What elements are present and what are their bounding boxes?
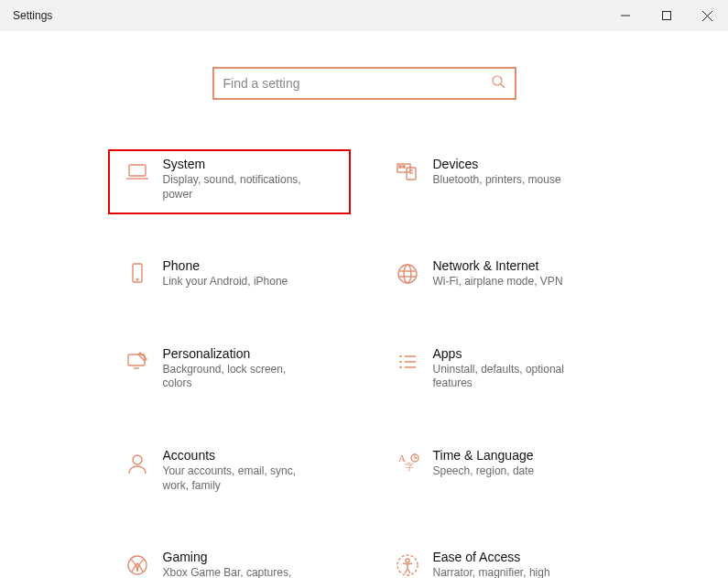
svg-point-28 [133,455,142,464]
tile-desc: Bluetooth, printers, mouse [433,173,589,188]
window-title: Settings [13,9,604,22]
globe-icon [386,258,429,288]
tile-gaming[interactable]: Gaming Xbox Game Bar, captures, Game [108,542,351,578]
search-icon [491,74,505,93]
settings-grid: System Display, sound, notifications, po… [108,149,621,578]
close-button[interactable] [687,0,728,31]
tile-title: Accounts [163,448,343,463]
tile-title: Personalization [163,346,343,361]
tile-desc: Display, sound, notifications, power [163,173,319,202]
tile-title: Ease of Access [433,550,614,564]
tile-desc: Speech, region, date [433,464,589,479]
svg-text:字: 字 [405,462,414,472]
personalization-icon [115,346,159,376]
tile-desc: Wi-Fi, airplane mode, VPN [433,275,589,289]
svg-point-17 [404,265,411,283]
tile-phone[interactable]: Phone Link your Android, iPhone [108,251,351,302]
svg-point-16 [398,265,417,283]
tile-title: Devices [433,157,614,171]
tile-title: Network & Internet [433,258,614,273]
window-controls [604,0,728,31]
svg-rect-6 [129,165,146,176]
tile-title: Phone [163,258,343,273]
tile-ease-of-access[interactable]: Ease of Access Narrator, magnifier, high [378,542,621,578]
tile-desc: Narrator, magnifier, high [433,566,589,578]
svg-point-4 [493,76,502,85]
svg-rect-10 [399,166,401,168]
search-wrap [0,68,728,99]
tile-devices[interactable]: Devices Bluetooth, printers, mouse [378,149,621,214]
svg-rect-1 [662,12,670,20]
laptop-icon [115,157,159,186]
devices-icon [386,157,429,186]
tile-desc: Xbox Game Bar, captures, Game [163,566,319,578]
tile-desc: Uninstall, defaults, optional features [433,363,589,391]
tile-personalization[interactable]: Personalization Background, lock screen,… [108,339,351,404]
svg-point-36 [406,559,409,562]
svg-rect-20 [128,354,145,365]
search-box[interactable] [213,68,516,99]
maximize-button[interactable] [646,0,687,31]
tile-apps[interactable]: Apps Uninstall, defaults, optional featu… [378,339,621,404]
svg-line-5 [501,84,505,88]
tile-title: Gaming [163,550,343,564]
minimize-button[interactable] [604,0,646,31]
tile-title: Time & Language [433,448,614,463]
tile-system[interactable]: System Display, sound, notifications, po… [108,149,351,214]
tile-title: System [163,157,343,171]
tile-desc: Link your Android, iPhone [163,275,319,289]
tile-accounts[interactable]: Accounts Your accounts, email, sync, wor… [108,441,351,506]
xbox-icon [115,550,159,578]
tile-network[interactable]: Network & Internet Wi-Fi, airplane mode,… [378,251,621,302]
time-language-icon: A 字 [386,448,429,477]
titlebar: Settings [0,0,728,31]
tile-time-language[interactable]: A 字 Time & Language Speech, region, date [378,441,621,506]
search-input[interactable] [223,76,491,91]
svg-rect-11 [403,166,405,168]
person-icon [115,448,159,477]
phone-icon [115,258,159,288]
tile-desc: Background, lock screen, colors [163,363,319,391]
accessibility-icon [386,550,429,578]
content: System Display, sound, notifications, po… [0,31,728,578]
tile-title: Apps [433,346,614,361]
tile-desc: Your accounts, email, sync, work, family [163,464,319,493]
apps-icon [386,346,429,376]
svg-point-15 [136,278,138,280]
